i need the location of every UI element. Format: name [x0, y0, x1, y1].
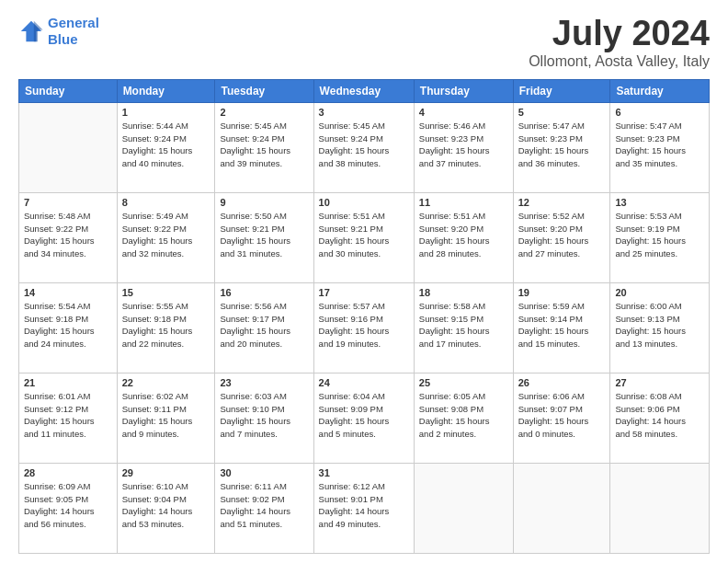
day-number: 2: [220, 107, 308, 118]
calendar-cell: 28Sunrise: 6:09 AM Sunset: 9:05 PM Dayli…: [19, 463, 118, 553]
day-info: Sunrise: 5:51 AM Sunset: 9:21 PM Dayligh…: [319, 210, 409, 260]
day-number: 27: [615, 377, 704, 388]
day-number: 14: [24, 287, 112, 298]
logo-line1: General: [48, 15, 99, 30]
weekday-header-tuesday: Tuesday: [215, 79, 313, 102]
day-info: Sunrise: 5:44 AM Sunset: 9:24 PM Dayligh…: [122, 120, 210, 170]
day-info: Sunrise: 5:59 AM Sunset: 9:14 PM Dayligh…: [518, 300, 606, 350]
day-info: Sunrise: 6:00 AM Sunset: 9:13 PM Dayligh…: [615, 300, 704, 350]
calendar-cell: 27Sunrise: 6:08 AM Sunset: 9:06 PM Dayli…: [610, 373, 710, 463]
day-info: Sunrise: 5:53 AM Sunset: 9:19 PM Dayligh…: [615, 210, 704, 260]
day-number: 17: [319, 287, 409, 298]
weekday-header-saturday: Saturday: [610, 79, 710, 102]
day-number: 9: [220, 197, 308, 208]
day-number: 7: [24, 197, 112, 208]
day-info: Sunrise: 6:10 AM Sunset: 9:04 PM Dayligh…: [122, 480, 210, 531]
day-number: 25: [419, 377, 508, 388]
day-number: 26: [518, 377, 606, 388]
day-number: 11: [419, 197, 508, 208]
day-number: 22: [122, 377, 210, 388]
day-number: 16: [220, 287, 308, 298]
calendar-cell: 26Sunrise: 6:06 AM Sunset: 9:07 PM Dayli…: [513, 373, 610, 463]
day-number: 18: [419, 287, 508, 298]
calendar-cell: 25Sunrise: 6:05 AM Sunset: 9:08 PM Dayli…: [414, 373, 513, 463]
calendar-cell: 22Sunrise: 6:02 AM Sunset: 9:11 PM Dayli…: [117, 373, 215, 463]
calendar-cell: 4Sunrise: 5:46 AM Sunset: 9:23 PM Daylig…: [414, 102, 513, 192]
calendar-cell: 2Sunrise: 5:45 AM Sunset: 9:24 PM Daylig…: [215, 102, 313, 192]
subtitle: Ollomont, Aosta Valley, Italy: [529, 53, 710, 70]
day-number: 28: [24, 467, 112, 478]
calendar-cell: 8Sunrise: 5:49 AM Sunset: 9:22 PM Daylig…: [117, 192, 215, 282]
calendar-cell: 6Sunrise: 5:47 AM Sunset: 9:23 PM Daylig…: [610, 102, 710, 192]
day-info: Sunrise: 5:46 AM Sunset: 9:23 PM Dayligh…: [419, 120, 508, 170]
day-number: 19: [518, 287, 606, 298]
day-number: 13: [615, 197, 704, 208]
weekday-header-thursday: Thursday: [414, 79, 513, 102]
day-info: Sunrise: 5:47 AM Sunset: 9:23 PM Dayligh…: [615, 120, 704, 170]
day-info: Sunrise: 6:03 AM Sunset: 9:10 PM Dayligh…: [220, 390, 308, 441]
day-info: Sunrise: 6:11 AM Sunset: 9:02 PM Dayligh…: [220, 480, 308, 531]
day-number: 20: [615, 287, 704, 298]
day-number: 31: [319, 467, 409, 478]
calendar-cell: 10Sunrise: 5:51 AM Sunset: 9:21 PM Dayli…: [313, 192, 414, 282]
calendar-cell: 14Sunrise: 5:54 AM Sunset: 9:18 PM Dayli…: [19, 282, 118, 373]
day-info: Sunrise: 5:45 AM Sunset: 9:24 PM Dayligh…: [319, 120, 409, 170]
calendar-cell: 7Sunrise: 5:48 AM Sunset: 9:22 PM Daylig…: [19, 192, 118, 282]
calendar-cell: 31Sunrise: 6:12 AM Sunset: 9:01 PM Dayli…: [313, 463, 414, 553]
logo-text: General Blue: [48, 15, 99, 48]
day-info: Sunrise: 5:50 AM Sunset: 9:21 PM Dayligh…: [220, 210, 308, 260]
header: General Blue July 2024 Ollomont, Aosta V…: [18, 15, 710, 70]
calendar-cell: 1Sunrise: 5:44 AM Sunset: 9:24 PM Daylig…: [117, 102, 215, 192]
calendar-cell: 18Sunrise: 5:58 AM Sunset: 9:15 PM Dayli…: [414, 282, 513, 373]
calendar-cell: 9Sunrise: 5:50 AM Sunset: 9:21 PM Daylig…: [215, 192, 313, 282]
logo: General Blue: [18, 15, 99, 48]
day-info: Sunrise: 6:05 AM Sunset: 9:08 PM Dayligh…: [419, 390, 508, 441]
calendar-cell: 16Sunrise: 5:56 AM Sunset: 9:17 PM Dayli…: [215, 282, 313, 373]
day-number: 5: [518, 107, 606, 118]
day-info: Sunrise: 5:51 AM Sunset: 9:20 PM Dayligh…: [419, 210, 508, 260]
day-number: 8: [122, 197, 210, 208]
day-number: 6: [615, 107, 704, 118]
weekday-header-sunday: Sunday: [19, 79, 118, 102]
day-number: 23: [220, 377, 308, 388]
day-info: Sunrise: 6:08 AM Sunset: 9:06 PM Dayligh…: [615, 390, 704, 441]
title-block: July 2024 Ollomont, Aosta Valley, Italy: [529, 15, 710, 70]
day-info: Sunrise: 5:45 AM Sunset: 9:24 PM Dayligh…: [220, 120, 308, 170]
calendar-cell: 11Sunrise: 5:51 AM Sunset: 9:20 PM Dayli…: [414, 192, 513, 282]
day-number: 10: [319, 197, 409, 208]
calendar-cell: 5Sunrise: 5:47 AM Sunset: 9:23 PM Daylig…: [513, 102, 610, 192]
calendar-cell: 12Sunrise: 5:52 AM Sunset: 9:20 PM Dayli…: [513, 192, 610, 282]
calendar-week-row: 21Sunrise: 6:01 AM Sunset: 9:12 PM Dayli…: [19, 373, 710, 463]
calendar-cell: 23Sunrise: 6:03 AM Sunset: 9:10 PM Dayli…: [215, 373, 313, 463]
calendar-cell: 21Sunrise: 6:01 AM Sunset: 9:12 PM Dayli…: [19, 373, 118, 463]
day-info: Sunrise: 6:06 AM Sunset: 9:07 PM Dayligh…: [518, 390, 606, 441]
calendar-cell: 29Sunrise: 6:10 AM Sunset: 9:04 PM Dayli…: [117, 463, 215, 553]
day-info: Sunrise: 5:49 AM Sunset: 9:22 PM Dayligh…: [122, 210, 210, 260]
day-info: Sunrise: 5:47 AM Sunset: 9:23 PM Dayligh…: [518, 120, 606, 170]
calendar-cell: [513, 463, 610, 553]
main-title: July 2024: [529, 15, 710, 53]
calendar-cell: 20Sunrise: 6:00 AM Sunset: 9:13 PM Dayli…: [610, 282, 710, 373]
calendar-week-row: 14Sunrise: 5:54 AM Sunset: 9:18 PM Dayli…: [19, 282, 710, 373]
logo-line2: Blue: [48, 31, 78, 47]
weekday-header-monday: Monday: [117, 79, 215, 102]
calendar-week-row: 1Sunrise: 5:44 AM Sunset: 9:24 PM Daylig…: [19, 102, 710, 192]
calendar-cell: 13Sunrise: 5:53 AM Sunset: 9:19 PM Dayli…: [610, 192, 710, 282]
day-info: Sunrise: 6:02 AM Sunset: 9:11 PM Dayligh…: [122, 390, 210, 441]
page: General Blue July 2024 Ollomont, Aosta V…: [0, 0, 728, 563]
calendar-cell: 17Sunrise: 5:57 AM Sunset: 9:16 PM Dayli…: [313, 282, 414, 373]
day-number: 1: [122, 107, 210, 118]
calendar-cell: 30Sunrise: 6:11 AM Sunset: 9:02 PM Dayli…: [215, 463, 313, 553]
day-info: Sunrise: 5:52 AM Sunset: 9:20 PM Dayligh…: [518, 210, 606, 260]
calendar-cell: 24Sunrise: 6:04 AM Sunset: 9:09 PM Dayli…: [313, 373, 414, 463]
calendar-cell: [414, 463, 513, 553]
weekday-header-friday: Friday: [513, 79, 610, 102]
day-info: Sunrise: 6:12 AM Sunset: 9:01 PM Dayligh…: [319, 480, 409, 531]
day-info: Sunrise: 5:48 AM Sunset: 9:22 PM Dayligh…: [24, 210, 112, 260]
day-number: 4: [419, 107, 508, 118]
day-info: Sunrise: 6:09 AM Sunset: 9:05 PM Dayligh…: [24, 480, 112, 531]
day-number: 3: [319, 107, 409, 118]
day-info: Sunrise: 5:55 AM Sunset: 9:18 PM Dayligh…: [122, 300, 210, 350]
calendar-cell: 15Sunrise: 5:55 AM Sunset: 9:18 PM Dayli…: [117, 282, 215, 373]
calendar-cell: 19Sunrise: 5:59 AM Sunset: 9:14 PM Dayli…: [513, 282, 610, 373]
